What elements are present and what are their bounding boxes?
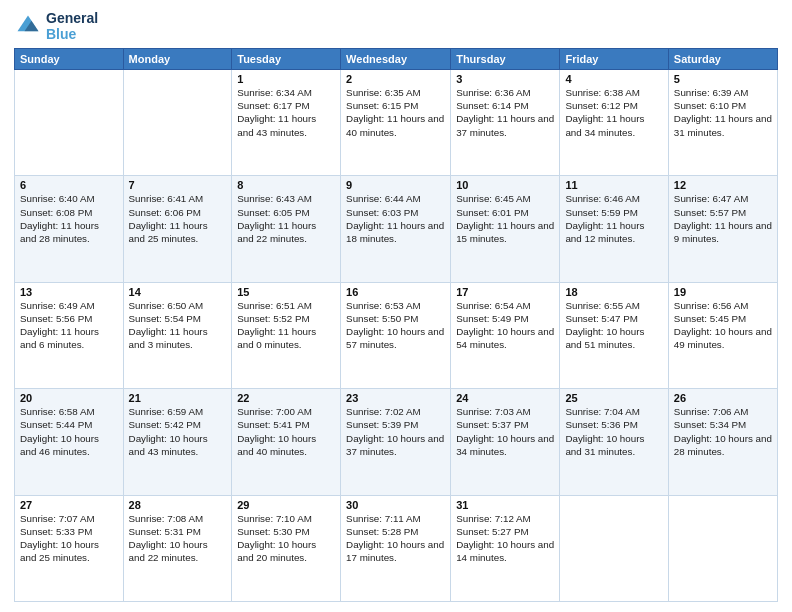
day-number: 27 [20,499,118,511]
weekday-header: Wednesday [341,49,451,70]
calendar-cell: 31Sunrise: 7:12 AM Sunset: 5:27 PM Dayli… [451,495,560,601]
day-number: 9 [346,179,445,191]
day-number: 5 [674,73,772,85]
day-info: Sunrise: 7:11 AM Sunset: 5:28 PM Dayligh… [346,512,445,565]
day-info: Sunrise: 7:00 AM Sunset: 5:41 PM Dayligh… [237,405,335,458]
day-number: 28 [129,499,227,511]
calendar-cell [15,70,124,176]
calendar-cell: 6Sunrise: 6:40 AM Sunset: 6:08 PM Daylig… [15,176,124,282]
calendar-week-row: 1Sunrise: 6:34 AM Sunset: 6:17 PM Daylig… [15,70,778,176]
day-info: Sunrise: 6:50 AM Sunset: 5:54 PM Dayligh… [129,299,227,352]
calendar-table: SundayMondayTuesdayWednesdayThursdayFrid… [14,48,778,602]
day-info: Sunrise: 6:47 AM Sunset: 5:57 PM Dayligh… [674,192,772,245]
weekday-header: Monday [123,49,232,70]
calendar-cell: 21Sunrise: 6:59 AM Sunset: 5:42 PM Dayli… [123,389,232,495]
calendar-cell: 17Sunrise: 6:54 AM Sunset: 5:49 PM Dayli… [451,282,560,388]
day-info: Sunrise: 6:36 AM Sunset: 6:14 PM Dayligh… [456,86,554,139]
day-number: 14 [129,286,227,298]
day-number: 6 [20,179,118,191]
weekday-header: Tuesday [232,49,341,70]
day-info: Sunrise: 7:10 AM Sunset: 5:30 PM Dayligh… [237,512,335,565]
calendar-week-row: 20Sunrise: 6:58 AM Sunset: 5:44 PM Dayli… [15,389,778,495]
calendar-cell: 19Sunrise: 6:56 AM Sunset: 5:45 PM Dayli… [668,282,777,388]
day-info: Sunrise: 6:56 AM Sunset: 5:45 PM Dayligh… [674,299,772,352]
calendar-cell: 9Sunrise: 6:44 AM Sunset: 6:03 PM Daylig… [341,176,451,282]
day-info: Sunrise: 6:51 AM Sunset: 5:52 PM Dayligh… [237,299,335,352]
day-info: Sunrise: 7:08 AM Sunset: 5:31 PM Dayligh… [129,512,227,565]
calendar-cell: 12Sunrise: 6:47 AM Sunset: 5:57 PM Dayli… [668,176,777,282]
day-info: Sunrise: 6:39 AM Sunset: 6:10 PM Dayligh… [674,86,772,139]
calendar-cell: 24Sunrise: 7:03 AM Sunset: 5:37 PM Dayli… [451,389,560,495]
weekday-header: Friday [560,49,668,70]
day-number: 26 [674,392,772,404]
day-info: Sunrise: 6:38 AM Sunset: 6:12 PM Dayligh… [565,86,662,139]
day-number: 20 [20,392,118,404]
calendar-cell: 2Sunrise: 6:35 AM Sunset: 6:15 PM Daylig… [341,70,451,176]
day-number: 23 [346,392,445,404]
day-info: Sunrise: 7:02 AM Sunset: 5:39 PM Dayligh… [346,405,445,458]
logo: General Blue [14,10,98,42]
day-info: Sunrise: 7:12 AM Sunset: 5:27 PM Dayligh… [456,512,554,565]
calendar-cell: 14Sunrise: 6:50 AM Sunset: 5:54 PM Dayli… [123,282,232,388]
day-info: Sunrise: 6:41 AM Sunset: 6:06 PM Dayligh… [129,192,227,245]
weekday-header: Saturday [668,49,777,70]
calendar-cell: 10Sunrise: 6:45 AM Sunset: 6:01 PM Dayli… [451,176,560,282]
calendar-cell [560,495,668,601]
calendar-cell: 20Sunrise: 6:58 AM Sunset: 5:44 PM Dayli… [15,389,124,495]
day-info: Sunrise: 6:44 AM Sunset: 6:03 PM Dayligh… [346,192,445,245]
calendar-cell: 22Sunrise: 7:00 AM Sunset: 5:41 PM Dayli… [232,389,341,495]
day-number: 10 [456,179,554,191]
day-number: 17 [456,286,554,298]
day-info: Sunrise: 6:40 AM Sunset: 6:08 PM Dayligh… [20,192,118,245]
calendar-page: General Blue SundayMondayTuesdayWednesda… [0,0,792,612]
logo-text: General Blue [46,10,98,42]
day-number: 16 [346,286,445,298]
calendar-cell: 30Sunrise: 7:11 AM Sunset: 5:28 PM Dayli… [341,495,451,601]
day-number: 4 [565,73,662,85]
calendar-cell: 13Sunrise: 6:49 AM Sunset: 5:56 PM Dayli… [15,282,124,388]
day-info: Sunrise: 6:54 AM Sunset: 5:49 PM Dayligh… [456,299,554,352]
calendar-cell [123,70,232,176]
day-number: 25 [565,392,662,404]
calendar-cell [668,495,777,601]
day-info: Sunrise: 6:34 AM Sunset: 6:17 PM Dayligh… [237,86,335,139]
calendar-cell: 1Sunrise: 6:34 AM Sunset: 6:17 PM Daylig… [232,70,341,176]
weekday-header: Thursday [451,49,560,70]
day-info: Sunrise: 6:49 AM Sunset: 5:56 PM Dayligh… [20,299,118,352]
calendar-cell: 8Sunrise: 6:43 AM Sunset: 6:05 PM Daylig… [232,176,341,282]
day-info: Sunrise: 6:43 AM Sunset: 6:05 PM Dayligh… [237,192,335,245]
weekday-header: Sunday [15,49,124,70]
day-info: Sunrise: 7:07 AM Sunset: 5:33 PM Dayligh… [20,512,118,565]
calendar-cell: 3Sunrise: 6:36 AM Sunset: 6:14 PM Daylig… [451,70,560,176]
day-number: 11 [565,179,662,191]
day-info: Sunrise: 6:46 AM Sunset: 5:59 PM Dayligh… [565,192,662,245]
calendar-cell: 16Sunrise: 6:53 AM Sunset: 5:50 PM Dayli… [341,282,451,388]
day-number: 2 [346,73,445,85]
day-number: 3 [456,73,554,85]
calendar-cell: 26Sunrise: 7:06 AM Sunset: 5:34 PM Dayli… [668,389,777,495]
day-info: Sunrise: 7:06 AM Sunset: 5:34 PM Dayligh… [674,405,772,458]
day-info: Sunrise: 6:45 AM Sunset: 6:01 PM Dayligh… [456,192,554,245]
calendar-cell: 28Sunrise: 7:08 AM Sunset: 5:31 PM Dayli… [123,495,232,601]
calendar-cell: 27Sunrise: 7:07 AM Sunset: 5:33 PM Dayli… [15,495,124,601]
day-number: 30 [346,499,445,511]
header: General Blue [14,10,778,42]
day-info: Sunrise: 6:35 AM Sunset: 6:15 PM Dayligh… [346,86,445,139]
day-number: 7 [129,179,227,191]
calendar-week-row: 6Sunrise: 6:40 AM Sunset: 6:08 PM Daylig… [15,176,778,282]
calendar-cell: 7Sunrise: 6:41 AM Sunset: 6:06 PM Daylig… [123,176,232,282]
day-number: 22 [237,392,335,404]
calendar-week-row: 27Sunrise: 7:07 AM Sunset: 5:33 PM Dayli… [15,495,778,601]
day-info: Sunrise: 6:59 AM Sunset: 5:42 PM Dayligh… [129,405,227,458]
calendar-cell: 23Sunrise: 7:02 AM Sunset: 5:39 PM Dayli… [341,389,451,495]
logo-icon [14,12,42,40]
calendar-cell: 4Sunrise: 6:38 AM Sunset: 6:12 PM Daylig… [560,70,668,176]
day-info: Sunrise: 7:03 AM Sunset: 5:37 PM Dayligh… [456,405,554,458]
day-number: 18 [565,286,662,298]
day-number: 1 [237,73,335,85]
day-number: 31 [456,499,554,511]
calendar-cell: 29Sunrise: 7:10 AM Sunset: 5:30 PM Dayli… [232,495,341,601]
day-info: Sunrise: 6:55 AM Sunset: 5:47 PM Dayligh… [565,299,662,352]
calendar-cell: 18Sunrise: 6:55 AM Sunset: 5:47 PM Dayli… [560,282,668,388]
day-number: 13 [20,286,118,298]
